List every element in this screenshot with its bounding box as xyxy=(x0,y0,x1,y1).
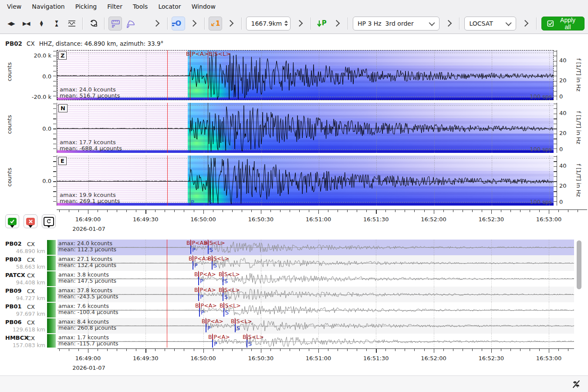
time-tick-label: 16:52:30 xyxy=(479,216,504,223)
menu-window[interactable]: Window xyxy=(186,1,221,12)
toolbar-extension-button[interactable] xyxy=(187,17,200,30)
toolbar-extension-button[interactable] xyxy=(330,17,344,30)
checkbox-check-icon xyxy=(547,20,554,27)
origin-time-button[interactable]: O xyxy=(172,17,185,30)
apply-all-button[interactable]: Apply all xyxy=(541,17,585,30)
reset-pick-button[interactable] xyxy=(42,214,56,228)
minor-tick xyxy=(530,210,530,212)
toolbar-extension-button[interactable] xyxy=(224,17,237,30)
minor-tick xyxy=(510,210,511,212)
station-row-pb02[interactable]: PB02CX46.890 kmB|P<A>B|S<L>PSamax: 24.0 … xyxy=(0,240,588,255)
station-network: CX xyxy=(27,272,35,279)
stream-header: PB02CXHHZ, distance: 46.890 km, azimuth:… xyxy=(5,40,163,47)
station-trace-area[interactable]: B|P<A>B|S<L>PSamax: 7.6 kcountsmean: -10… xyxy=(57,302,574,318)
accept-pick-button[interactable] xyxy=(5,214,19,228)
minor-tick xyxy=(69,349,69,351)
toolbar-extension-button[interactable] xyxy=(293,17,307,30)
station-row-pb06[interactable]: PB06CX129.618 kmB|P<A>B|S<L>PSamax: 8.4 … xyxy=(0,318,588,334)
menu-filter[interactable]: Filter xyxy=(102,1,128,12)
waveform-trace xyxy=(57,271,574,287)
minor-tick xyxy=(78,349,79,351)
origin-time-line xyxy=(167,50,168,100)
minor-tick xyxy=(366,210,367,212)
profile-one-button[interactable]: 1 xyxy=(209,17,222,30)
minor-tick xyxy=(309,210,309,212)
waveform-trace xyxy=(57,302,574,318)
amax-label: amax: 7.6 kcounts xyxy=(58,303,109,309)
frequency-tick-label: 20 xyxy=(559,182,567,189)
station-trace-area[interactable]: B|P<A>B|S<L>PSamax: 8.4 kcountsmean: 260… xyxy=(57,318,574,334)
menu-navigation[interactable]: Navigation xyxy=(27,1,70,12)
toolbar-extension-button[interactable] xyxy=(150,17,163,30)
station-row-patcx[interactable]: PATCXCX94.408 kmB|P<A>B|S<L>PSamax: 3.8 … xyxy=(0,271,588,287)
distance-spinbox[interactable]: 1667.9km xyxy=(246,17,291,30)
pick-phase-button[interactable]: P xyxy=(315,17,328,30)
channel-badge-z: Z xyxy=(58,51,67,60)
filter-combobox[interactable]: HP 3 Hz 3rd order xyxy=(353,17,439,30)
main-time-axis[interactable]: 16:49:0016:49:3016:50:0016:50:3016:51:00… xyxy=(57,210,587,234)
station-row-hmbcx[interactable]: HMBCXCX157.083 kmB|P<A>B|S<L>PSamax: 1.7… xyxy=(0,334,588,348)
chevron-right-icon xyxy=(153,20,160,27)
origin-time-line xyxy=(167,334,167,348)
expand-horizontal-button[interactable]: ◀▶ xyxy=(4,17,18,30)
menu-tools[interactable]: Tools xyxy=(128,1,153,12)
time-tick-label: 16:53:00 xyxy=(536,216,561,223)
menu-view[interactable]: View xyxy=(2,1,27,12)
apply-all-label: Apply all xyxy=(557,17,579,30)
spin-down-icon[interactable] xyxy=(284,24,288,26)
waveform-rows-button[interactable] xyxy=(65,17,79,30)
s-pick-flag: S xyxy=(224,278,228,284)
station-trace-area[interactable]: B|P<A>B|S<L>PSamax: 37.8 kcountsmean: -2… xyxy=(57,287,574,302)
toolbar-separator xyxy=(104,17,105,30)
spin-up-icon[interactable] xyxy=(284,20,288,23)
fit-window-button[interactable]: ▶◀ xyxy=(20,17,33,30)
station-trace-area[interactable]: B|P<A>B|S<L>PSamax: 3.8 kcountsmean: 147… xyxy=(57,271,574,287)
p-pick-flag: P xyxy=(214,341,217,347)
minor-tick xyxy=(174,349,175,351)
list-scrollbar-thumb[interactable] xyxy=(577,240,581,289)
toolbar-separator xyxy=(536,17,537,30)
station-distance: 58.663 km xyxy=(0,264,45,270)
menu-picking[interactable]: Picking xyxy=(70,1,102,12)
quality-bar xyxy=(47,303,56,318)
station-trace-area[interactable]: B|P<A>B|S<L>PSamax: 27.1 kcountsmean: 13… xyxy=(57,255,574,271)
spin-arrows[interactable] xyxy=(284,20,291,26)
waveform-trace xyxy=(57,287,574,302)
station-row-pb09[interactable]: PB09CX94.727 kmB|P<A>B|S<L>PSamax: 37.8 … xyxy=(0,287,588,302)
minor-tick xyxy=(136,210,136,212)
expand-vertical-button[interactable]: ▲▼ xyxy=(35,17,48,30)
amax-label: amax: 24.0 kcounts xyxy=(60,86,116,93)
minor-tick xyxy=(357,210,357,212)
menu-locator[interactable]: Locator xyxy=(153,1,186,12)
list-time-axis[interactable]: 16:49:0016:49:3016:50:0016:50:3016:51:00… xyxy=(57,348,574,373)
station-trace-area[interactable]: B|P<A>B|S<L>PSamax: 1.7 kcountsmean: -11… xyxy=(57,334,574,348)
station-trace-area[interactable]: B|P<A>B|S<L>PSamax: 24.0 kcountsmean: 11… xyxy=(57,240,574,255)
minor-tick xyxy=(405,349,405,351)
trace-panel-n[interactable]: Namax: 17.7 kcountsmean: -688.4 µcounts1… xyxy=(57,103,554,153)
minor-tick xyxy=(463,349,463,351)
stream-station: PB02 xyxy=(5,40,22,47)
mute-bell-button[interactable] xyxy=(571,378,582,390)
p-pick-flag-line xyxy=(212,340,213,348)
waveform-trace xyxy=(57,255,574,271)
chevron-down-icon xyxy=(505,20,511,26)
amplitude-tick-label: 0.0 xyxy=(13,125,51,132)
collapse-vertical-button[interactable]: ▼▲ xyxy=(50,17,64,30)
reject-pick-button[interactable] xyxy=(24,214,37,228)
chevron-right-icon xyxy=(190,20,197,27)
major-tick xyxy=(203,210,204,214)
major-tick xyxy=(549,349,549,353)
toolbar-extension-button[interactable] xyxy=(442,17,456,30)
undo-button[interactable] xyxy=(87,17,100,30)
station-row-pb01[interactable]: PB01CX97.697 kmB|P<A>B|S<L>PSamax: 7.6 k… xyxy=(0,302,588,318)
ruler-tool-button[interactable] xyxy=(108,17,122,30)
trace-panel-e[interactable]: PSEamax: 19.9 kcountsmean: 269.1 µcounts… xyxy=(57,155,554,206)
locator-combobox[interactable]: LOCSAT xyxy=(464,17,516,30)
toolbar-extension-button[interactable] xyxy=(519,17,532,30)
trace-panel-z[interactable]: B|P<A>B|S<L>Zamax: 24.0 kcountsmean: 516… xyxy=(57,50,554,100)
minor-tick xyxy=(482,349,482,351)
station-row-pb03[interactable]: PB03CX58.663 kmB|P<A>B|S<L>PSamax: 27.1 … xyxy=(0,255,588,271)
time-tick-label: 16:53:00 xyxy=(536,355,561,362)
protractor-tool-button[interactable] xyxy=(124,17,137,30)
waveform-trace xyxy=(57,318,574,334)
